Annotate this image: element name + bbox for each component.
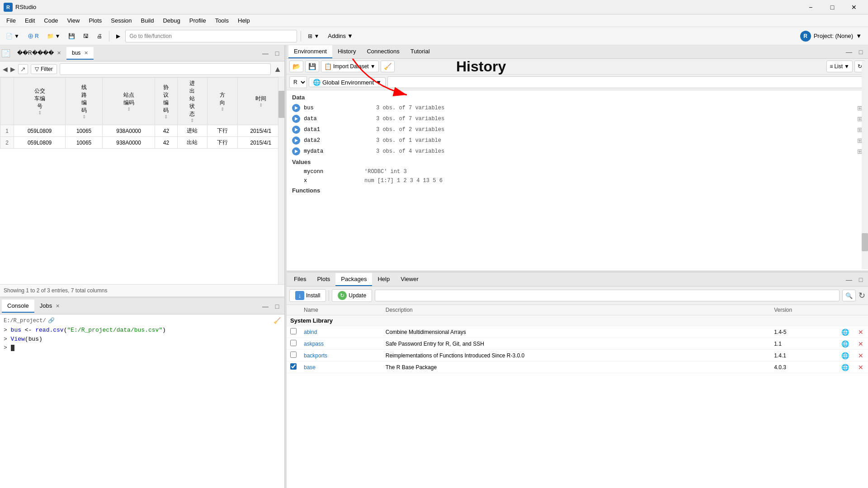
backports-web[interactable]: 🌐 — [838, 350, 854, 361]
env-row-data2[interactable]: data2 3 obs. of 1 variable ⊞ — [287, 135, 868, 146]
col-header-bus-id[interactable]: 公交 车编 号 ⇕ — [14, 78, 66, 125]
abind-checkbox[interactable] — [290, 328, 297, 334]
env-maximize-btn[interactable]: □ — [855, 47, 866, 57]
menu-code[interactable]: Code — [39, 15, 62, 26]
askpass-check[interactable] — [287, 338, 300, 350]
abind-web[interactable]: 🌐 — [838, 326, 854, 338]
jobs-close-icon[interactable]: ✕ — [56, 303, 60, 309]
menu-help[interactable]: Help — [233, 15, 255, 26]
base-del-icon[interactable]: ✕ — [858, 364, 863, 371]
clear-console-button[interactable]: 🧹 — [381, 61, 395, 72]
import-dataset-button[interactable]: 📋 Import Dataset ▼ — [321, 61, 379, 72]
r-language-select[interactable]: R — [289, 76, 307, 88]
forward-button[interactable]: ▶ — [10, 66, 15, 73]
scroll-up-button[interactable]: ▲ — [274, 65, 282, 74]
project-label[interactable]: Project: (None) — [814, 33, 853, 39]
new-dropdown-icon[interactable]: ▼ — [14, 33, 19, 39]
back-button[interactable]: ◀ — [3, 66, 8, 73]
col-header-station[interactable]: 站点 编码 ⇕ — [102, 78, 155, 125]
menu-file[interactable]: File — [2, 15, 20, 26]
base-web[interactable]: 🌐 — [838, 361, 854, 373]
open-folder-button[interactable]: 📁 ▼ — [44, 29, 64, 43]
col-header-route[interactable]: 线 路 编 码 ⇕ — [66, 78, 103, 125]
search-input[interactable] — [60, 63, 271, 75]
tab-environment[interactable]: Environment — [288, 45, 332, 58]
backports-del-icon[interactable]: ✕ — [858, 352, 863, 359]
maximize-panel-button[interactable]: □ — [272, 48, 283, 59]
abind-web-icon[interactable]: 🌐 — [841, 328, 849, 336]
base-del[interactable]: ✕ — [854, 361, 868, 373]
backports-web-icon[interactable]: 🌐 — [841, 352, 849, 359]
base-checkbox[interactable] — [290, 363, 297, 370]
tab-packages[interactable]: Packages — [335, 273, 372, 286]
env-scrollbar[interactable] — [862, 61, 868, 269]
env-row-data1[interactable]: data1 3 obs. of 2 variables ⊞ — [287, 124, 868, 135]
env-minimize-btn[interactable]: — — [844, 47, 854, 57]
sort-bus-id[interactable]: ⇕ — [18, 110, 61, 115]
askpass-web-icon[interactable]: 🌐 — [841, 340, 849, 347]
askpass-checkbox[interactable] — [290, 340, 297, 346]
run-button[interactable]: ▶ — [113, 29, 123, 43]
open-file-button[interactable]: ⊕ R — [24, 29, 42, 43]
pkg-refresh-button[interactable]: ↻ — [859, 291, 865, 300]
pkg-maximize-btn[interactable]: □ — [855, 274, 866, 285]
new-file-button[interactable]: 📄 ▼ — [3, 29, 23, 43]
backports-name[interactable]: backports — [300, 350, 382, 361]
menu-tools[interactable]: Tools — [211, 15, 233, 26]
sort-direction[interactable]: ⇕ — [211, 107, 234, 112]
sort-route[interactable]: ⇕ — [69, 114, 99, 119]
save-all-button[interactable]: 🖫 — [80, 29, 92, 43]
tab-jobs[interactable]: Jobs ✕ — [34, 300, 65, 313]
data-table-container[interactable]: 公交 车编 号 ⇕ 线 路 编 — [0, 77, 284, 284]
tab-connections[interactable]: Connections — [361, 45, 405, 58]
tab-files[interactable]: Files — [288, 273, 311, 286]
load-workspace-button[interactable]: 📂 — [289, 61, 303, 72]
save-button[interactable]: 💾 — [65, 29, 78, 43]
tab-help[interactable]: Help — [372, 273, 395, 286]
menu-debug[interactable]: Debug — [158, 15, 184, 26]
addins-button[interactable]: Addins ▼ — [324, 33, 357, 39]
col-header-protocol[interactable]: 协 议 编 码 ⇕ — [155, 78, 177, 125]
askpass-web[interactable]: 🌐 — [838, 338, 854, 350]
global-env-selector[interactable]: 🌐 Global Environment ▼ — [309, 77, 386, 87]
env-row-bus[interactable]: bus 3 obs. of 7 variables ⊞ — [287, 103, 868, 113]
print-button[interactable]: 🖨 — [94, 29, 105, 43]
pkg-search-bar[interactable]: 🔍 — [842, 290, 856, 301]
env-row-myconn[interactable]: myconn 'RODBC' int 3 — [287, 167, 868, 176]
env-search-input[interactable] — [387, 76, 865, 88]
sort-inout[interactable]: ⇕ — [181, 118, 204, 123]
folder-dropdown-icon[interactable]: ▼ — [55, 33, 61, 39]
layout-button[interactable]: ⊞ ▼ — [305, 29, 322, 43]
env-row-mydata[interactable]: mydata 3 obs. of 4 variables ⊞ — [287, 146, 868, 157]
console-maximize-btn[interactable]: □ — [272, 301, 283, 312]
menu-session[interactable]: Session — [106, 15, 136, 26]
tab-script[interactable]: ��R���� ✕ — [12, 47, 66, 60]
base-name[interactable]: base — [300, 361, 382, 373]
list-view-button[interactable]: ≡ List ▼ — [826, 61, 853, 72]
tab-console[interactable]: Console — [2, 300, 34, 313]
menu-build[interactable]: Build — [137, 15, 159, 26]
tab-viewer[interactable]: Viewer — [395, 273, 424, 286]
minimize-button[interactable]: − — [800, 0, 821, 14]
base-check[interactable] — [287, 361, 300, 373]
vertical-scrollbar[interactable] — [278, 77, 284, 284]
col-header-inout[interactable]: 进 出 站 状 态 ⇕ — [177, 78, 208, 125]
console-content[interactable]: E:/R_project/ 🔗 > bus <- read.csv("E:/R_… — [0, 314, 284, 488]
tab-bus-close[interactable]: ✕ — [84, 50, 88, 56]
scrollbar-thumb[interactable] — [278, 91, 284, 118]
backports-check[interactable] — [287, 350, 300, 361]
sort-protocol[interactable]: ⇕ — [159, 114, 173, 119]
base-web-icon[interactable]: 🌐 — [841, 364, 849, 371]
install-button[interactable]: ↓ Install — [289, 289, 326, 302]
new-tab-button[interactable]: 📄 — [2, 49, 10, 57]
askpass-name[interactable]: askpass — [300, 338, 382, 350]
console-clear-button[interactable]: 🧹 — [274, 317, 281, 324]
col-header-direction[interactable]: 方 向 ⇕ — [208, 78, 238, 125]
filter-button[interactable]: ▽ Filter — [31, 64, 57, 74]
env-row-data[interactable]: data 3 obs. of 7 variables ⊞ — [287, 113, 868, 124]
save-workspace-button[interactable]: 💾 — [305, 61, 319, 72]
go-to-input[interactable] — [125, 30, 297, 42]
tab-bus[interactable]: bus ✕ — [66, 47, 94, 60]
askpass-del-icon[interactable]: ✕ — [858, 340, 863, 347]
console-path-icon[interactable]: 🔗 — [48, 317, 55, 324]
